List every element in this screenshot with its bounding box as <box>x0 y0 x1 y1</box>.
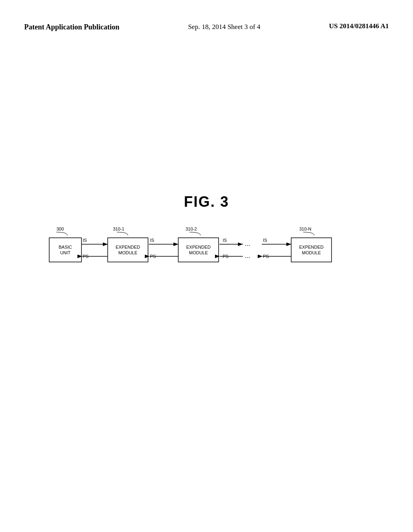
expended-text-1a: EXPENDED <box>116 245 140 249</box>
expended-text-1b: MODULE <box>118 250 137 255</box>
ref-300-label: 300 <box>56 227 64 231</box>
expended-text-2b: MODULE <box>189 250 208 255</box>
expended-module-2-box <box>178 238 219 262</box>
ref-310-1-label: 310-1 <box>113 227 124 231</box>
expended-module-1-box <box>108 238 148 262</box>
basic-unit-box <box>49 238 81 262</box>
expended-text-Na: EXPENDED <box>299 245 324 249</box>
basic-unit-text2: UNIT <box>60 250 71 255</box>
page-header: Patent Application Publication Sep. 18, … <box>0 0 413 32</box>
figure-area: FIG. 3 300 310-1 310-2 310-N BASIC UNIT … <box>0 193 413 275</box>
dots-bottom: ... <box>245 252 250 259</box>
is-label-3: IS <box>223 238 227 243</box>
is-label-4: IS <box>263 238 267 243</box>
date-sheet-label: Sep. 18, 2014 Sheet 3 of 4 <box>188 22 260 32</box>
patent-number-label: US 2014/0281446 A1 <box>329 22 389 30</box>
expended-text-2a: EXPENDED <box>186 245 211 249</box>
diagram-container: 300 310-1 310-2 310-N BASIC UNIT IS PS <box>45 227 368 275</box>
expended-text-Nb: MODULE <box>302 250 321 255</box>
publication-label: Patent Application Publication <box>24 22 119 32</box>
basic-unit-text1: BASIC <box>58 245 72 249</box>
ref-310-2-label: 310-2 <box>186 227 197 231</box>
dots-top: ... <box>245 240 250 247</box>
ref-310-N-label: 310-N <box>299 227 311 231</box>
is-label-2: IS <box>150 238 154 243</box>
is-label-1: IS <box>83 238 87 243</box>
expended-module-N-box <box>291 238 332 262</box>
diagram-svg: 300 310-1 310-2 310-N BASIC UNIT IS PS <box>45 227 368 283</box>
figure-title: FIG. 3 <box>184 193 229 210</box>
